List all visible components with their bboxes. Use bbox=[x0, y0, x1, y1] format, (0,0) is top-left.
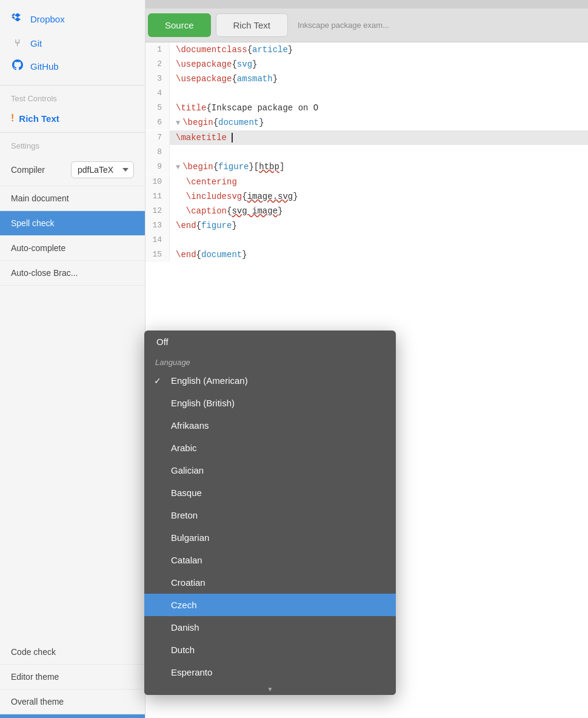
dropdown-item-danish[interactable]: Danish bbox=[144, 616, 396, 639]
line-content-8 bbox=[170, 145, 181, 159]
settings-row-auto-close-brac[interactable]: Auto-close Brac... bbox=[0, 261, 145, 286]
line-content-7: \maketitle bbox=[170, 130, 233, 145]
code-line-4: 4 bbox=[145, 86, 588, 101]
git-icon: ⑂ bbox=[11, 38, 24, 49]
rich-text-nav-label: Rich Text bbox=[19, 113, 59, 124]
code-line-11: 11 \includesvg{image.svg} bbox=[145, 189, 588, 204]
line-content-5: \title{Inkscape package on O bbox=[170, 101, 318, 115]
compiler-select[interactable]: pdfLaTeX LuaLaTeX XeLaTeX bbox=[71, 161, 134, 178]
code-line-12: 12 \caption{svg image} bbox=[145, 204, 588, 218]
line-number-3: 3 bbox=[145, 72, 170, 86]
spell-check-dropdown: Off Language ✓ English (American) Englis… bbox=[144, 330, 396, 695]
settings-row-main-document: Main document bbox=[0, 186, 145, 211]
settings-row-spell-check[interactable]: Spell check bbox=[0, 211, 145, 236]
line-content-6: ▼\begin{document} bbox=[170, 115, 264, 130]
dropdown-item-afrikaans[interactable]: Afrikaans bbox=[144, 414, 396, 437]
code-line-9: 9 ▼\begin{figure}[htbp] bbox=[145, 159, 588, 175]
dropdown-item-off[interactable]: Off bbox=[144, 330, 396, 353]
dropdown-item-catalan[interactable]: Catalan bbox=[144, 549, 396, 571]
settings-row-compiler: Compiler pdfLaTeX LuaLaTeX XeLaTeX bbox=[0, 154, 145, 186]
line-content-10: \centering bbox=[170, 175, 237, 189]
line-number-15: 15 bbox=[145, 247, 170, 262]
code-line-2: 2 \usepackage{svg} bbox=[145, 57, 588, 72]
scroll-down-icon: ▼ bbox=[267, 686, 273, 693]
dropdown-scroll-arrow[interactable]: ▼ bbox=[144, 683, 396, 695]
bottom-accent-bar bbox=[0, 714, 145, 718]
dropdown-item-english-british[interactable]: English (British) bbox=[144, 392, 396, 414]
dropdown-item-czech[interactable]: Czech bbox=[144, 594, 396, 616]
line-content-13: \end{figure} bbox=[170, 218, 237, 233]
code-line-7: 7 \maketitle bbox=[145, 130, 588, 145]
line-number-14: 14 bbox=[145, 233, 170, 247]
compiler-label: Compiler bbox=[11, 165, 45, 175]
editor-topbar-spacer bbox=[145, 0, 588, 8]
line-content-12: \caption{svg image} bbox=[170, 204, 282, 218]
line-content-3: \usepackage{amsmath} bbox=[170, 72, 278, 86]
dropdown-item-dutch[interactable]: Dutch bbox=[144, 639, 396, 661]
dropbox-icon bbox=[11, 12, 24, 27]
line-number-9: 9 bbox=[145, 159, 170, 174]
dropdown-item-basque[interactable]: Basque bbox=[144, 481, 396, 504]
test-controls-section: Test Controls bbox=[0, 85, 145, 107]
rich-text-nav-item[interactable]: ! Rich Text bbox=[0, 107, 145, 130]
sidebar-item-dropbox[interactable]: Dropbox bbox=[0, 6, 145, 32]
github-label: GitHub bbox=[30, 61, 59, 72]
line-content-11: \includesvg{image.svg} bbox=[170, 189, 298, 204]
line-content-1: \documentclass{article} bbox=[170, 42, 293, 57]
sidebar-item-git[interactable]: ⑂ Git bbox=[0, 32, 145, 54]
git-label: Git bbox=[30, 38, 42, 49]
line-content-4 bbox=[170, 86, 181, 101]
line-number-10: 10 bbox=[145, 175, 170, 189]
settings-row-auto-complete[interactable]: Auto-complete bbox=[0, 236, 145, 261]
code-line-6: 6 ▼\begin{document} bbox=[145, 115, 588, 130]
line-number-1: 1 bbox=[145, 42, 170, 57]
code-line-13: 13 \end{figure} bbox=[145, 218, 588, 233]
main-document-label: Main document bbox=[11, 193, 69, 203]
editor-file-title: Inkscape package exam... bbox=[290, 8, 396, 42]
tab-rich-text[interactable]: Rich Text bbox=[216, 13, 288, 37]
dropdown-item-breton[interactable]: Breton bbox=[144, 504, 396, 526]
code-line-8: 8 bbox=[145, 145, 588, 159]
sidebar-nav: Dropbox ⑂ Git GitHub bbox=[0, 0, 145, 82]
github-icon bbox=[11, 59, 24, 73]
line-number-12: 12 bbox=[145, 204, 170, 218]
dropdown-language-section: Language bbox=[144, 353, 396, 369]
tab-source[interactable]: Source bbox=[148, 13, 211, 37]
line-number-6: 6 bbox=[145, 115, 170, 130]
auto-close-brac-label: Auto-close Brac... bbox=[11, 268, 78, 278]
sidebar: Dropbox ⑂ Git GitHub Test Controls ! Ric… bbox=[0, 0, 145, 718]
settings-row-editor-theme[interactable]: Editor theme bbox=[0, 665, 145, 689]
line-content-2: \usepackage{svg} bbox=[170, 57, 257, 72]
settings-row-code-check[interactable]: Code check bbox=[0, 640, 145, 665]
dropbox-label: Dropbox bbox=[30, 14, 65, 24]
spell-check-label: Spell check bbox=[11, 218, 55, 228]
dropdown-item-bulgarian[interactable]: Bulgarian bbox=[144, 526, 396, 549]
code-line-5: 5 \title{Inkscape package on O bbox=[145, 101, 588, 115]
code-line-10: 10 \centering bbox=[145, 175, 588, 189]
settings-section-label: Settings bbox=[0, 132, 145, 154]
editor-theme-label: Editor theme bbox=[11, 672, 59, 682]
dropdown-item-esperanto[interactable]: Esperanto bbox=[144, 661, 396, 683]
code-line-3: 3 \usepackage{amsmath} bbox=[145, 72, 588, 86]
auto-complete-label: Auto-complete bbox=[11, 243, 65, 253]
line-number-5: 5 bbox=[145, 101, 170, 115]
dropdown-item-galician[interactable]: Galician bbox=[144, 459, 396, 481]
line-number-2: 2 bbox=[145, 57, 170, 72]
code-check-label: Code check bbox=[11, 647, 56, 657]
line-number-13: 13 bbox=[145, 218, 170, 233]
line-number-7: 7 bbox=[145, 130, 170, 145]
overall-theme-label: Overall theme bbox=[11, 697, 64, 706]
sidebar-item-github[interactable]: GitHub bbox=[0, 54, 145, 79]
code-line-14: 14 bbox=[145, 233, 588, 247]
dropdown-item-arabic[interactable]: Arabic bbox=[144, 437, 396, 459]
line-number-4: 4 bbox=[145, 86, 170, 101]
editor-topbar: Source Rich Text Inkscape package exam..… bbox=[145, 8, 588, 42]
dropdown-item-english-american[interactable]: ✓ English (American) bbox=[144, 369, 396, 392]
line-content-9: ▼\begin{figure}[htbp] bbox=[170, 159, 284, 175]
line-number-8: 8 bbox=[145, 145, 170, 159]
dropdown-item-croatian[interactable]: Croatian bbox=[144, 571, 396, 594]
line-content-14 bbox=[170, 233, 181, 247]
line-number-11: 11 bbox=[145, 189, 170, 204]
exclamation-icon: ! bbox=[11, 113, 14, 124]
settings-row-overall-theme[interactable]: Overall theme bbox=[0, 689, 145, 714]
